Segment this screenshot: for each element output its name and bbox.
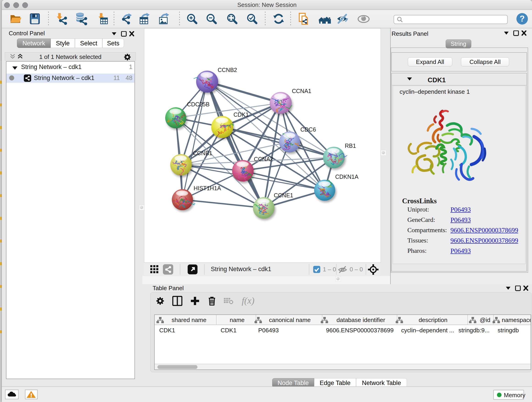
svg-text:CDC25B: CDC25B xyxy=(187,101,210,108)
svg-text:CCNE1: CCNE1 xyxy=(274,192,293,198)
svg-text:CDKN1A: CDKN1A xyxy=(335,173,359,180)
svg-text:CDC6: CDC6 xyxy=(300,126,316,133)
svg-text:CCNA2: CCNA2 xyxy=(254,156,273,162)
svg-text:CCNB2: CCNB2 xyxy=(218,67,237,73)
svg-text:CCNB1: CCNB1 xyxy=(193,150,212,156)
svg-text:HIST1H1A: HIST1H1A xyxy=(194,185,221,191)
svg-text:CDK1: CDK1 xyxy=(234,111,249,118)
svg-text:CCNA1: CCNA1 xyxy=(292,88,311,94)
svg-text:RB1: RB1 xyxy=(345,143,356,149)
svg-text:?: ? xyxy=(520,14,525,23)
